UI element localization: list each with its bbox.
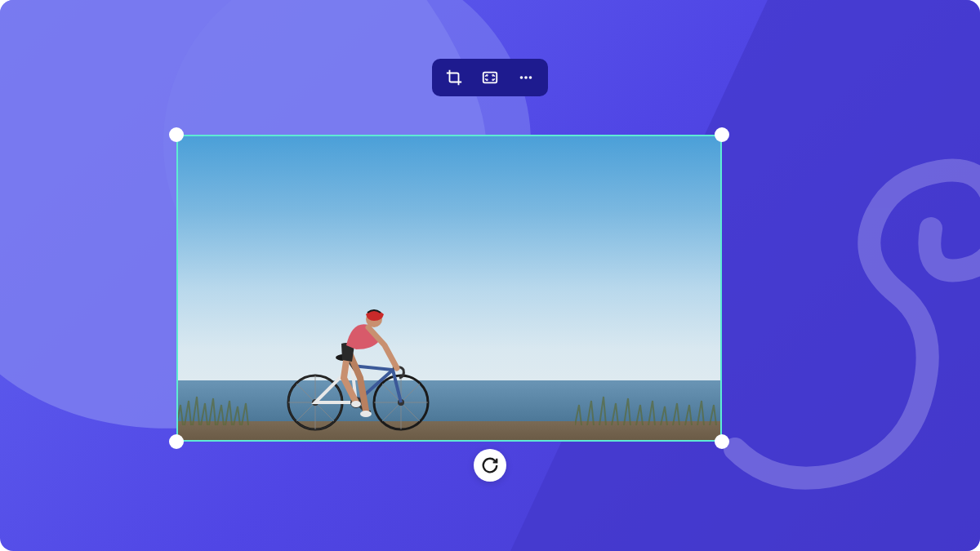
vegetation-right bbox=[575, 389, 722, 425]
svg-line-17 bbox=[296, 384, 315, 402]
svg-point-4 bbox=[492, 79, 493, 80]
selected-image-frame[interactable] bbox=[176, 135, 722, 442]
crop-button[interactable] bbox=[443, 67, 465, 88]
svg-rect-0 bbox=[483, 73, 497, 83]
expand-button[interactable] bbox=[479, 67, 501, 88]
svg-line-15 bbox=[296, 402, 315, 421]
svg-point-37 bbox=[351, 401, 361, 407]
expand-icon bbox=[481, 69, 499, 87]
svg-line-21 bbox=[401, 384, 420, 402]
crop-icon bbox=[445, 69, 463, 87]
image-toolbar bbox=[432, 59, 548, 96]
cyclist-figure bbox=[274, 272, 438, 435]
canvas-background bbox=[0, 0, 980, 551]
more-horizontal-icon bbox=[517, 69, 535, 87]
svg-line-13 bbox=[315, 402, 334, 421]
svg-point-5 bbox=[520, 76, 523, 79]
more-options-button[interactable] bbox=[515, 67, 537, 88]
svg-point-1 bbox=[487, 75, 488, 76]
resize-handle-top-right[interactable] bbox=[715, 127, 729, 142]
svg-line-23 bbox=[401, 402, 420, 421]
svg-point-6 bbox=[524, 76, 528, 79]
rotate-icon bbox=[481, 456, 499, 474]
svg-point-3 bbox=[487, 79, 488, 80]
resize-handle-top-left[interactable] bbox=[169, 127, 184, 142]
svg-point-36 bbox=[360, 411, 372, 417]
vegetation-left bbox=[176, 389, 250, 425]
svg-line-25 bbox=[382, 402, 401, 421]
image-content bbox=[176, 135, 722, 442]
resize-handle-bottom-left[interactable] bbox=[169, 434, 184, 449]
bg-scribble-decoration bbox=[694, 82, 980, 531]
resize-handle-bottom-right[interactable] bbox=[715, 434, 729, 449]
rotate-button[interactable] bbox=[474, 449, 506, 482]
svg-point-2 bbox=[492, 75, 493, 76]
svg-point-7 bbox=[529, 76, 532, 79]
